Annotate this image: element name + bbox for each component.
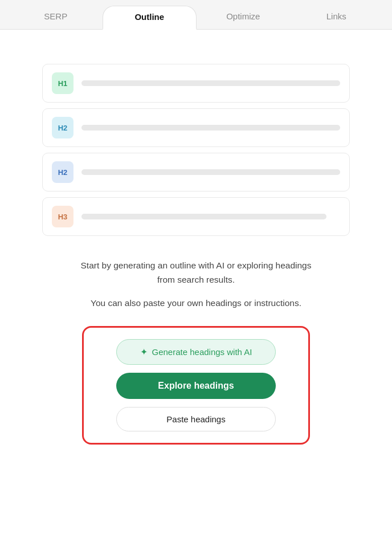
- outline-preview: H1 H2 H2 H3: [42, 64, 350, 236]
- heading-line-h2-1: [81, 125, 340, 131]
- tab-optimize[interactable]: Optimize: [197, 6, 290, 29]
- app-container: SERP Outline Optimize Links H1 H2 H2 H3: [0, 0, 392, 546]
- button-group-wrapper: ✦ Generate headings with AI Explore head…: [82, 326, 310, 445]
- explore-headings-button[interactable]: Explore headings: [116, 373, 276, 399]
- heading-line-h3: [81, 214, 326, 219]
- paste-headings-button[interactable]: Paste headings: [116, 407, 276, 431]
- heading-card-h2-1: H2: [42, 108, 350, 147]
- heading-card-h2-2: H2: [42, 153, 350, 191]
- badge-h3: H3: [52, 206, 74, 227]
- description-line3: You can also paste your own headings or …: [91, 296, 301, 311]
- heading-card-h1: H1: [42, 64, 350, 103]
- tab-outline[interactable]: Outline: [103, 6, 197, 30]
- tab-bar: SERP Outline Optimize Links: [0, 0, 392, 30]
- heading-card-h3: H3: [42, 197, 350, 236]
- generate-label: Generate headings with AI: [152, 347, 252, 357]
- heading-line-h1: [81, 80, 340, 86]
- tab-links[interactable]: Links: [290, 6, 383, 29]
- badge-h1: H1: [52, 72, 74, 94]
- heading-line-h2-2: [81, 169, 340, 175]
- tab-serp[interactable]: SERP: [9, 6, 103, 29]
- generate-headings-button[interactable]: ✦ Generate headings with AI: [116, 339, 276, 365]
- badge-h2-2: H2: [52, 161, 74, 183]
- main-content: H1 H2 H2 H3 Start by generating an outli…: [0, 30, 392, 546]
- badge-h2-1: H2: [52, 117, 74, 138]
- sparkle-icon: ✦: [140, 347, 148, 357]
- description-line1: Start by generating an outline with AI o…: [81, 259, 312, 287]
